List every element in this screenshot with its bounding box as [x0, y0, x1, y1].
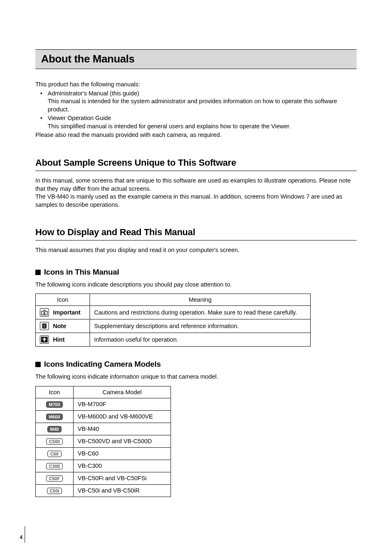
- table-row: Note Supplementary descriptions and refe…: [36, 319, 311, 333]
- important-icon: [40, 308, 49, 317]
- page-number: 4: [20, 534, 23, 540]
- manual-desc: This simplified manual is intended for g…: [48, 123, 357, 131]
- note-icon: [40, 322, 49, 330]
- svg-rect-10: [44, 340, 45, 342]
- model-pill-c50f: C50F: [46, 475, 63, 482]
- section-heading-sample-screens: About Sample Screens Unique to This Soft…: [35, 157, 357, 171]
- intro-lead: This product has the following manuals:: [35, 81, 357, 89]
- table-row: Hint Information useful for operation.: [36, 333, 311, 347]
- table-row: C300VB-C300: [36, 460, 171, 472]
- icon-meaning: Cautions and restrictions during operati…: [90, 306, 311, 319]
- icon-meaning: Information useful for operation.: [90, 333, 311, 347]
- square-bullet-icon: [35, 270, 41, 275]
- svg-point-9: [43, 338, 46, 340]
- table-row: Important Cautions and restrictions duri…: [36, 306, 311, 319]
- subheading-camera-models: Icons Indicating Camera Models: [35, 360, 357, 369]
- model-name: VB-M600D and VB-M600VE: [74, 410, 171, 423]
- svg-rect-0: [42, 311, 44, 315]
- icon-label: Hint: [53, 336, 65, 343]
- page-edge-rule: [25, 526, 25, 543]
- section2-p1: This manual assumes that you display and…: [35, 246, 357, 254]
- subheading-icons-in-manual: Icons in This Manual: [35, 268, 357, 277]
- icons-lead: The following icons indicate description…: [35, 281, 357, 289]
- model-pill-m700: M700: [46, 401, 63, 408]
- svg-rect-1: [45, 311, 47, 315]
- intro-block: This product has the following manuals: …: [35, 81, 357, 139]
- model-pill-m40: M40: [47, 426, 62, 432]
- manual-desc: This manual is intended for the system a…: [48, 97, 357, 113]
- model-name: VB-C500VD and VB-C500D: [74, 435, 171, 447]
- model-pill-c50i: C50i: [47, 488, 62, 494]
- th-icon: Icon: [36, 294, 90, 306]
- th-icon: Icon: [36, 386, 74, 398]
- model-name: VB-C50Fi and VB-C50FSi: [74, 472, 171, 484]
- manual-name: Administrator's Manual (this guide): [48, 90, 139, 97]
- camera-model-table: Icon Camera Model M700VB-M700F M600VB-M6…: [35, 386, 171, 497]
- square-bullet-icon: [35, 362, 41, 367]
- page-title: About the Manuals: [41, 53, 351, 65]
- manual-name: Viewer Operation Guide: [48, 115, 111, 121]
- intro-after: Please also read the manuals provided wi…: [35, 131, 357, 139]
- table-row: M700VB-M700F: [36, 398, 171, 410]
- models-lead: The following icons indicate information…: [35, 373, 357, 381]
- th-meaning: Meaning: [90, 294, 311, 306]
- table-row: C500VB-C500VD and VB-C500D: [36, 435, 171, 447]
- model-pill-c300: C300: [46, 463, 62, 469]
- table-row: C50iVB-C50i and VB-C50iR: [36, 484, 171, 497]
- list-item: Viewer Operation Guide This simplified m…: [48, 114, 357, 130]
- th-model: Camera Model: [74, 386, 171, 398]
- model-name: VB-M40: [74, 423, 171, 435]
- model-name: VB-M700F: [74, 398, 171, 410]
- model-name: VB-C60: [74, 447, 171, 460]
- model-name: VB-C50i and VB-C50iR: [74, 484, 171, 497]
- table-row: M40VB-M40: [36, 423, 171, 435]
- model-name: VB-C300: [74, 460, 171, 472]
- section-heading-how-to-read: How to Display and Read This Manual: [35, 227, 357, 240]
- model-pill-c60: C60: [47, 451, 61, 457]
- section1-p1: In this manual, some screens that are un…: [35, 177, 357, 193]
- model-pill-c500: C500: [46, 438, 62, 445]
- icon-meaning: Supplementary descriptions and reference…: [90, 319, 311, 333]
- table-row: C60VB-C60: [36, 447, 171, 460]
- page-title-bar: About the Manuals: [35, 49, 357, 69]
- icon-label: Important: [53, 309, 81, 316]
- section1-p2: The VB-M40 is mainly used as the example…: [35, 193, 357, 209]
- list-item: Administrator's Manual (this guide) This…: [48, 90, 357, 114]
- model-pill-m600: M600: [46, 414, 63, 420]
- svg-rect-3: [44, 310, 45, 312]
- icon-meaning-table: Icon Meaning Important Cautions and rest…: [35, 294, 311, 347]
- hint-icon: [40, 335, 49, 344]
- table-row: C50FVB-C50Fi and VB-C50FSi: [36, 472, 171, 484]
- manual-list: Administrator's Manual (this guide) This…: [35, 90, 357, 131]
- icon-label: Note: [53, 323, 66, 329]
- table-row: M600VB-M600D and VB-M600VE: [36, 410, 171, 423]
